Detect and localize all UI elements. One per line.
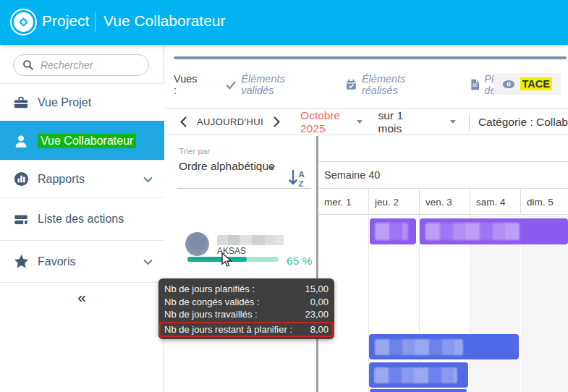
calendar-check-icon	[346, 79, 357, 90]
masked-task-label	[374, 367, 457, 383]
workload-tooltip: Nb de jours planifiés :15,00 Nb de congé…	[158, 278, 334, 339]
views-bar: Vues : Éléments validés Éléments réalisé…	[174, 72, 568, 97]
category-selector[interactable]: Catégorie : Collab	[478, 116, 568, 129]
sidebar-item-label: Liste des actions	[38, 213, 124, 226]
tace-label: TACE	[520, 77, 552, 90]
app-name: Project	[42, 12, 89, 30]
tooltip-row-highlighted: Nb de jours restant à planifier :8,00	[159, 322, 334, 338]
page-title: Vue Collaborateur	[103, 12, 226, 30]
mouse-cursor	[221, 252, 232, 268]
search-icon	[22, 59, 34, 71]
search-input[interactable]	[41, 59, 135, 71]
sidebar-item-vue-collaborateur[interactable]: Vue Collaborateur	[0, 121, 164, 160]
sort-by-label: Trier par	[179, 147, 210, 155]
chevron-down-icon[interactable]	[143, 173, 153, 186]
tooltip-row: Nb de jours planifiés :15,00	[164, 283, 328, 296]
task-bar-blue-2[interactable]	[369, 362, 468, 388]
toolbar-divider	[469, 114, 470, 131]
task-bar-blue-3[interactable]	[370, 389, 467, 392]
masked-task-label	[425, 223, 520, 240]
week-label: Semaine 40	[324, 169, 380, 181]
next-period-button[interactable]	[269, 116, 284, 127]
workload-progress-bar[interactable]	[187, 257, 279, 262]
collaborator-name-masked	[217, 235, 284, 245]
view-link-elements-realises[interactable]: Éléments réalisés	[346, 73, 442, 96]
avatar[interactable]	[185, 232, 209, 256]
app-window: Project Vue Collaborateur Vue Projet	[0, 0, 568, 392]
day-header: mer. 1	[318, 189, 368, 215]
month-label: Octobre 2025	[300, 109, 350, 135]
tooltip-row: Nb de jours travaillés :23,00	[164, 308, 328, 321]
view-link-elements-valides[interactable]: Éléments validés	[226, 73, 319, 96]
briefcase-icon	[12, 94, 30, 111]
caret-down-icon[interactable]	[450, 120, 456, 124]
day-header: ven. 3	[419, 189, 470, 215]
sort-order-dropdown[interactable]: Ordre alphabétique	[179, 160, 275, 173]
view-link-label: Éléments validés	[241, 73, 318, 96]
sidebar-item-label: Vue Projet	[38, 96, 91, 109]
day-header: sam. 4	[470, 189, 520, 215]
day-header-row: mer. 1 jeu. 2 ven. 3 sam. 4 dim. 5	[318, 189, 568, 215]
tace-button[interactable]: TACE	[493, 73, 561, 95]
sidebar-item-label: Favoris	[38, 255, 75, 268]
chart-circle-icon	[12, 171, 30, 188]
today-button[interactable]: AUJOURD'HUI	[197, 116, 263, 127]
date-navigation-bar: AUJOURD'HUI Octobre 2025 sur 1 mois Caté…	[164, 108, 568, 135]
chevron-down-icon[interactable]	[143, 255, 153, 268]
view-link-label: Éléments réalisés	[362, 73, 443, 96]
list-icon	[12, 210, 30, 228]
range-selector[interactable]: sur 1 mois	[378, 109, 419, 135]
task-bar-purple-2[interactable]	[420, 218, 568, 244]
document-icon	[470, 79, 480, 90]
caret-down-icon	[357, 120, 363, 124]
search-box[interactable]	[13, 54, 149, 76]
sidebar-item-label: Rapports	[38, 173, 85, 186]
sidebar-item-rapports[interactable]: Rapports	[0, 160, 164, 197]
app-header: Project Vue Collaborateur	[0, 0, 568, 45]
masked-task-label	[375, 223, 408, 240]
gantt-bars-layer	[318, 215, 568, 392]
app-logo-icon[interactable]	[10, 9, 37, 35]
svg-text:Z: Z	[299, 179, 304, 188]
views-label: Vues :	[174, 73, 203, 96]
sidebar-collapse-button[interactable]: «	[0, 282, 164, 311]
active-item-label: Vue Collaborateur	[38, 134, 136, 148]
task-bar-blue-1[interactable]	[369, 334, 519, 359]
check-icon	[226, 80, 237, 90]
day-header: dim. 5	[520, 189, 568, 215]
masked-task-label	[375, 339, 463, 355]
chevron-left-icon	[180, 116, 187, 127]
task-bar-purple-1[interactable]	[370, 218, 416, 244]
star-icon	[12, 253, 30, 270]
sidebar: Vue Projet Vue Collaborateur Rapport	[0, 45, 164, 392]
sidebar-item-favoris[interactable]: Favoris	[0, 240, 164, 282]
progress-fill	[187, 257, 247, 262]
person-icon	[12, 132, 30, 150]
prev-period-button[interactable]	[176, 116, 191, 127]
day-header: jeu. 2	[368, 189, 419, 215]
tooltip-row: Nb de congés validés :0,00	[164, 296, 328, 309]
week-header: Semaine 40	[318, 161, 568, 189]
caret-down-icon[interactable]	[269, 166, 275, 170]
progress-percent-label: 65 %	[287, 255, 312, 268]
sidebar-item-liste-des-actions[interactable]: Liste des actions	[0, 197, 164, 240]
chevron-right-icon	[274, 116, 280, 127]
month-selector[interactable]: Octobre 2025	[300, 109, 362, 135]
sidebar-item-vue-projet[interactable]: Vue Projet	[0, 83, 164, 121]
svg-text:A: A	[299, 170, 305, 179]
sort-panel-underline	[177, 188, 311, 189]
horizontal-scrollbar[interactable]	[174, 56, 567, 59]
eye-icon	[502, 80, 515, 89]
header-divider	[95, 12, 96, 33]
